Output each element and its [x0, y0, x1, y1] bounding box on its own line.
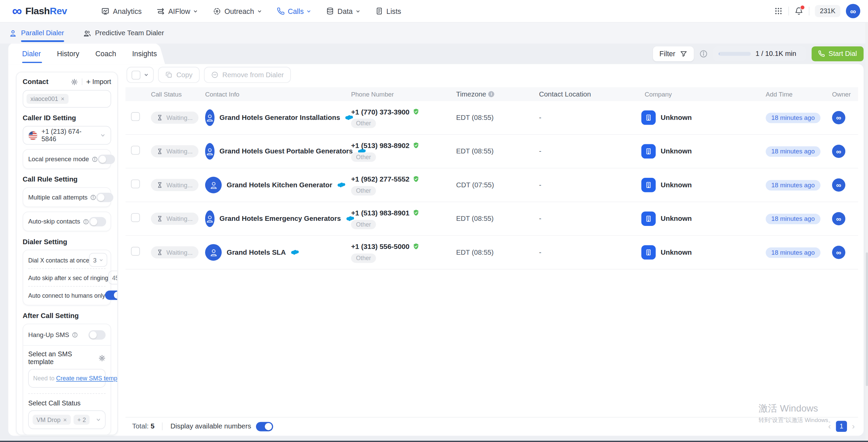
after-call-card: Hang-Up SMS Select an SMS template Need … — [23, 324, 111, 435]
select-all-control[interactable] — [126, 67, 154, 83]
verified-shield-icon — [412, 175, 419, 183]
scrollbar-thumb[interactable] — [866, 252, 868, 386]
people-icon — [83, 29, 91, 37]
contact-name[interactable]: Grand Hotels Emergency Generators — [219, 215, 341, 223]
main-tabs: Dialer History Coach Insights — [8, 43, 157, 64]
app-grid-icon[interactable] — [774, 7, 783, 16]
notification-bell-icon[interactable] — [794, 7, 803, 16]
select-all-checkbox[interactable] — [132, 70, 140, 79]
row-checkbox[interactable] — [131, 213, 140, 222]
table-row[interactable]: Waiting... Grand Hotels Emergency Genera… — [125, 202, 858, 236]
table-row[interactable]: Waiting... Grand Hotels SLA +1 (313) 556… — [125, 236, 858, 269]
table-row[interactable]: Waiting... Grand Hotels Kitchen Generato… — [125, 168, 858, 202]
column-company: Company — [636, 91, 760, 98]
contact-name[interactable]: Grand Hotels SLA — [227, 249, 286, 256]
filter-button[interactable]: Filter — [653, 46, 693, 61]
hangup-sms-toggle[interactable] — [88, 330, 106, 339]
sms-template-select[interactable]: Need to Create new SMS template — [28, 369, 105, 387]
contact-chip: xiaoce001× — [26, 94, 68, 104]
copy-button[interactable]: Copy — [158, 67, 200, 83]
taskbar-edge — [0, 440, 868, 442]
page-prev-icon[interactable]: ‹ — [828, 421, 831, 431]
phone-number[interactable]: +1 (513) 983-8902 — [351, 141, 409, 149]
phone-icon — [818, 50, 825, 57]
start-dial-button[interactable]: Start Dial — [811, 46, 864, 61]
phone-number[interactable]: +1 (952) 277-5552 — [351, 175, 409, 183]
table-row[interactable]: Waiting... Grand Hotels Generator Instal… — [125, 101, 858, 134]
contact-name[interactable]: Grand Hotels Guest Portable Generators — [219, 147, 353, 155]
ring-seconds-select[interactable]: 45 — [108, 271, 118, 285]
gear-icon[interactable] — [71, 78, 78, 85]
caller-id-select[interactable]: +1 (213) 674-5846 — [23, 126, 111, 145]
phone-number[interactable]: +1 (770) 373-3900 — [351, 107, 409, 115]
chevron-down-icon — [257, 8, 262, 14]
analytics-icon — [101, 7, 110, 15]
row-checkbox[interactable] — [131, 180, 140, 188]
multiple-attempts-toggle[interactable] — [96, 192, 114, 202]
tab-dialer[interactable]: Dialer — [22, 43, 41, 64]
gear-icon[interactable] — [98, 354, 105, 361]
info-icon[interactable] — [699, 49, 707, 58]
row-checkbox[interactable] — [131, 146, 140, 154]
chevron-down-icon[interactable] — [144, 72, 149, 78]
company-building-icon — [641, 245, 655, 259]
status-badge: Waiting... — [151, 213, 198, 225]
chevron-down-icon — [96, 417, 101, 422]
tab-coach[interactable]: Coach — [95, 43, 116, 64]
create-sms-template-link[interactable]: Create new SMS template — [56, 375, 118, 382]
nav-item-lists[interactable]: Lists — [375, 7, 401, 15]
contact-section-title: Contact — [23, 78, 48, 86]
page-number-button[interactable]: 1 — [836, 421, 847, 432]
import-button[interactable]: +Import — [86, 78, 111, 86]
page-scrollbar[interactable] — [865, 22, 868, 440]
nav-item-outreach[interactable]: Outreach — [213, 7, 262, 15]
tab-insights[interactable]: Insights — [132, 43, 157, 64]
top-nav: ∞ FlashRev Analytics AIFlow Outreach Cal… — [0, 0, 868, 22]
company-name: Unknown — [661, 249, 692, 256]
row-checkbox[interactable] — [131, 112, 140, 121]
owner-avatar: ∞ — [832, 145, 845, 158]
nav-item-aiflow[interactable]: AIFlow — [157, 7, 198, 15]
nav-item-calls[interactable]: Calls — [277, 7, 312, 15]
infinity-logo-icon: ∞ — [12, 5, 22, 16]
row-checkbox[interactable] — [131, 247, 140, 256]
screen: ∞ FlashRev Analytics AIFlow Outreach Cal… — [0, 0, 868, 442]
dial-x-select[interactable]: 3 — [89, 253, 107, 267]
flashrev-logo[interactable]: ∞ FlashRev — [12, 5, 67, 17]
page-next-icon[interactable]: › — [852, 421, 855, 431]
remove-from-dialer-button[interactable]: Remove from Dialer — [204, 67, 291, 83]
call-status-select[interactable]: VM Drop× + 2 — [28, 411, 105, 429]
auto-connect-toggle[interactable] — [105, 291, 118, 300]
nav-item-data[interactable]: Data — [327, 7, 360, 15]
contact-avatar — [205, 210, 215, 227]
chip-remove-icon[interactable]: × — [63, 416, 67, 423]
tab-history[interactable]: History — [57, 43, 79, 64]
phone-number[interactable]: +1 (313) 556-5000 — [351, 242, 409, 250]
add-time-badge: 18 minutes ago — [766, 247, 820, 258]
table-body: Waiting... Grand Hotels Generator Instal… — [125, 101, 858, 269]
column-call-status: Call Status — [145, 91, 200, 98]
subnav-predictive-team-dialer[interactable]: Predictive Team Dialer — [83, 23, 164, 44]
user-avatar[interactable]: ∞ — [846, 4, 860, 18]
info-icon[interactable]: i — [488, 91, 494, 97]
nav-item-analytics[interactable]: Analytics — [101, 7, 142, 15]
local-presence-toggle[interactable] — [98, 154, 115, 164]
contact-name[interactable]: Grand Hotels Generator Installations — [219, 114, 340, 122]
display-numbers-toggle[interactable] — [256, 422, 273, 431]
call-rule-section-title: Call Rule Setting — [23, 176, 111, 184]
active-subtab-underline — [21, 40, 64, 42]
salesforce-icon — [291, 249, 299, 255]
infinity-logo-icon: ∞ — [836, 181, 841, 189]
info-icon — [72, 332, 78, 338]
divider — [82, 79, 82, 85]
timezone-value: EDT (08:55) — [451, 215, 534, 223]
credits-badge[interactable]: 231K — [815, 5, 840, 17]
contact-name[interactable]: Grand Hotels Kitchen Generator — [227, 181, 332, 189]
auto-skip-contacts-toggle[interactable] — [89, 217, 106, 226]
person-icon — [9, 29, 17, 37]
phone-number[interactable]: +1 (513) 983-8901 — [351, 209, 409, 217]
table-row[interactable]: Waiting... Grand Hotels Guest Portable G… — [125, 135, 858, 168]
subnav-parallel-dialer[interactable]: Parallel Dialer — [9, 23, 64, 44]
contact-filter-input[interactable]: xiaoce001× — [23, 90, 111, 108]
chip-remove-icon[interactable]: × — [61, 96, 64, 102]
